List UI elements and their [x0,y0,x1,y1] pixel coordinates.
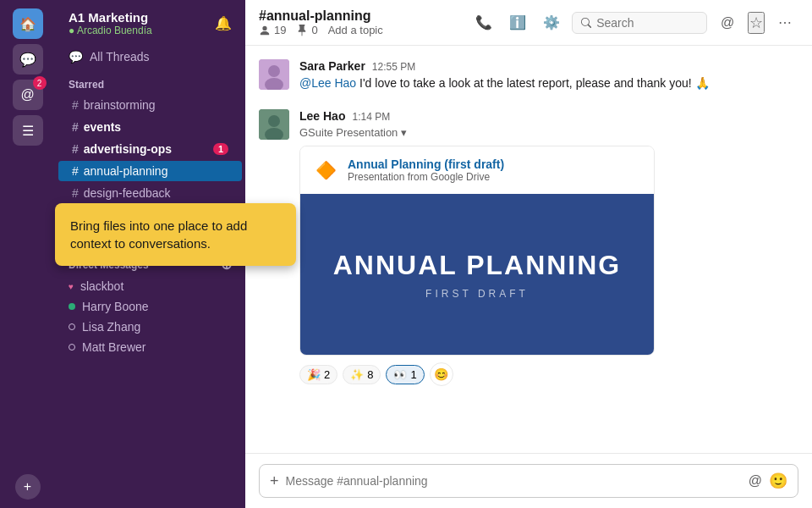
reaction-emoji: ✨ [350,368,364,381]
at-button[interactable]: @ [714,9,741,36]
status-indicator [69,303,75,310]
hash-icon: # [72,164,79,178]
channel-name: events [84,120,121,134]
search-bar[interactable] [572,12,707,34]
file-source: Presentation from Google Drive [348,171,504,183]
notification-badge: 2 [33,76,47,90]
message-input[interactable] [286,474,742,488]
pins-count: 0 [296,24,317,36]
channel-events[interactable]: # events [58,117,242,137]
dm-icon[interactable]: 💬 [13,44,43,75]
hash-icon: # [72,120,79,134]
reaction-emoji: 🎉 [307,368,321,381]
dm-name: Harry Boone [82,300,149,313]
message-lee: Lee Hao 1:14 PM GSuite Presentation ▾ 🔶 … [259,109,798,386]
hash-icon: # [72,98,79,112]
file-name[interactable]: Annual Planning (first draft) [348,157,504,171]
message-input-box: + @ 🙂 [259,464,798,498]
channel-name: advertising-ops [84,142,172,156]
emoji-button[interactable]: 🙂 [769,472,787,490]
avatar-sara [259,59,289,90]
main-content: #annual-planning 19 0 Add a topic 📞 ℹ️ ⚙… [245,0,812,508]
gsuite-text: GSuite Presentation [299,126,398,139]
hash-icon: # [72,186,79,200]
channel-title: #annual-planning [259,8,383,24]
members-count: 19 [259,24,286,36]
dm-name: Lisa Zhang [82,320,140,334]
preview-title: ANNUAL PLANNING [333,250,622,281]
mention-icon[interactable]: @ 2 [13,80,43,110]
channel-name: design-feedback [84,186,171,200]
avatar-lee [259,109,289,140]
channel-header: #annual-planning 19 0 Add a topic 📞 ℹ️ ⚙… [245,0,812,46]
reaction-sparkle[interactable]: ✨ 8 [343,365,381,384]
channel-name: annual-planning [84,164,168,178]
channel-annual-planning[interactable]: # annual-planning [58,161,242,181]
message-sara: Sara Parker 12:55 PM @Lee Hao I'd love t… [259,59,798,92]
tooltip-text: Bring files into one place to add contex… [70,218,245,251]
threads-icon: 💬 [69,50,83,64]
reactions-bar: 🎉 2 ✨ 8 👀 1 😊 [299,362,798,386]
message-content-lee: Lee Hao 1:14 PM GSuite Presentation ▾ 🔶 … [299,109,798,386]
call-button[interactable]: 📞 [470,9,497,36]
channel-brainstorming[interactable]: # brainstorming [58,95,242,115]
message-input-area: + @ 🙂 [245,453,812,508]
channel-design-feedback[interactable]: # design-feedback [58,183,242,203]
chevron-icon: ▾ [401,126,407,139]
dm-harry-boone[interactable]: Harry Boone [55,296,245,317]
file-card[interactable]: 🔶 Annual Planning (first draft) Presenta… [299,146,655,356]
msg-text-sara: @Lee Hao I'd love to take a look at the … [299,75,798,92]
preview-sub: FIRST DRAFT [425,288,529,300]
hash-icon: # [72,142,79,156]
slackbot-icon: ♥ [69,282,74,291]
add-workspace-button[interactable]: + [15,474,41,500]
dm-matt-brewer[interactable]: Matt Brewer [55,337,245,357]
app-bar: 🏠 💬 @ 2 ☰ + [0,0,55,508]
file-info: Annual Planning (first draft) Presentati… [348,157,504,183]
channel-name: brainstorming [84,98,156,112]
msg-time-lee: 1:14 PM [352,111,390,123]
mention-lee: @Lee Hao [299,76,356,90]
msg-author-lee: Lee Hao [299,109,345,123]
reaction-party[interactable]: 🎉 2 [299,365,337,384]
dm-lisa-zhang[interactable]: Lisa Zhang [55,317,245,337]
all-threads-label: All Threads [90,50,150,64]
reaction-emoji: 👀 [393,368,407,381]
add-topic[interactable]: Add a topic [328,24,383,36]
star-button[interactable]: ☆ [748,12,765,34]
file-icon: 🔶 [312,157,339,184]
message-content-sara: Sara Parker 12:55 PM @Lee Hao I'd love t… [299,59,798,92]
file-card-header: 🔶 Annual Planning (first draft) Presenta… [300,146,654,194]
all-threads-item[interactable]: 💬 All Threads [55,43,245,70]
file-preview[interactable]: ANNUAL PLANNING FIRST DRAFT [300,194,654,355]
sidebar-header: A1 Marketing Arcadio Buendía 🔔 [55,0,245,43]
workspace-name[interactable]: A1 Marketing [69,10,152,25]
home-icon[interactable]: 🏠 [13,8,43,39]
attach-button[interactable]: + [270,472,279,490]
dm-slackbot[interactable]: ♥ slackbot [55,276,245,296]
info-button[interactable]: ℹ️ [504,9,531,36]
svg-point-4 [268,115,280,127]
dm-name: slackbot [80,279,123,293]
svg-point-1 [268,65,280,77]
channel-advertising-ops[interactable]: # advertising-ops 1 [58,139,242,159]
msg-author-sara: Sara Parker [299,59,365,73]
bell-icon[interactable]: 🔔 [215,15,232,31]
starred-section-label: Starred [55,70,245,94]
add-reaction-button[interactable]: 😊 [430,362,453,386]
more-button[interactable]: ⋯ [771,9,798,36]
reaction-count: 8 [367,368,373,381]
workspace-user: Arcadio Buendía [69,25,152,36]
status-indicator [69,344,75,351]
gsuite-label[interactable]: GSuite Presentation ▾ [299,126,798,139]
browse-icon[interactable]: ☰ [13,115,43,146]
channel-badge: 1 [213,143,228,155]
msg-header-sara: Sara Parker 12:55 PM [299,59,798,73]
msg-time-sara: 12:55 PM [372,61,415,73]
at-mention-button[interactable]: @ [749,473,762,489]
reaction-eyes[interactable]: 👀 1 [386,365,424,384]
search-input[interactable] [596,16,698,30]
messages-area: Sara Parker 12:55 PM @Lee Hao I'd love t… [245,46,812,453]
header-icons: 📞 ℹ️ ⚙️ @ ☆ ⋯ [470,9,798,36]
settings-button[interactable]: ⚙️ [538,9,565,36]
